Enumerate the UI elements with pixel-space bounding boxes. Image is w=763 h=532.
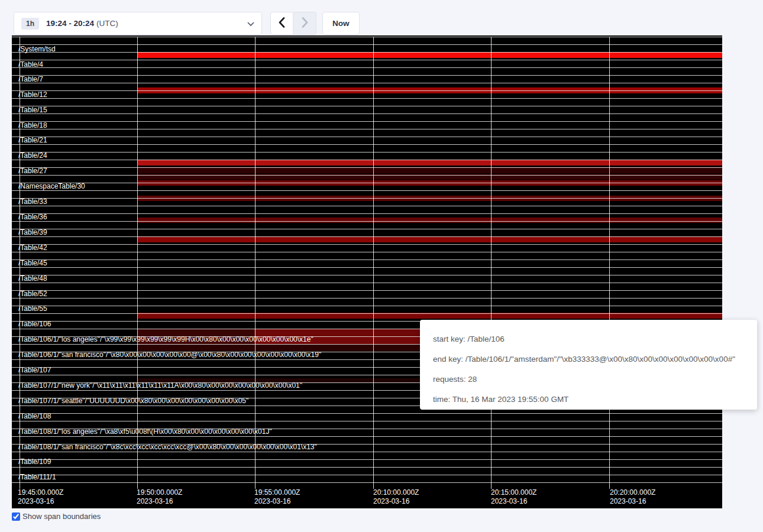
chevron-left-icon [279, 17, 285, 30]
time-range-selector[interactable]: 1h 19:24 - 20:24 (UTC) [14, 12, 262, 35]
tooltip-start-key: start key: /Table/106 [433, 332, 744, 346]
row-label: /Table/108 [18, 412, 51, 420]
span-boundary-line [12, 283, 722, 283]
span-boundary-line [12, 67, 722, 68]
row-label: /Table/107/1/"new york"/"\x11\x11\x11\x1… [18, 381, 302, 390]
row-label: /Table/106/1/"los angeles"/"\x99\x99\x99… [18, 335, 313, 343]
next-range-button[interactable] [293, 12, 316, 35]
time-range-duration-badge: 1h [21, 18, 39, 30]
range-nav-group [270, 12, 316, 35]
span-boundary-line [12, 144, 722, 145]
span-boundary-line [12, 60, 722, 60]
time-gridline [373, 37, 374, 485]
row-label: /Table/107 [18, 366, 51, 374]
span-boundary-line [12, 175, 722, 176]
heat-band[interactable] [138, 218, 722, 223]
span-boundary-line [12, 213, 722, 214]
hover-tooltip: start key: /Table/106 end key: /Table/10… [420, 320, 757, 410]
row-label: /Table/7 [18, 75, 43, 83]
span-boundary-line [12, 52, 722, 53]
row-label: /Table/55 [18, 304, 47, 313]
row-label: /Table/36 [18, 213, 47, 221]
span-boundary-line [12, 259, 722, 260]
span-boundary-line [12, 221, 722, 222]
span-boundary-line [12, 459, 722, 460]
row-label: /Table/52 [18, 290, 47, 298]
span-boundary-line [12, 298, 722, 299]
span-boundary-line [12, 75, 722, 76]
axis-tick-date: 2023-03-16 [18, 497, 63, 506]
row-label: /NamespaceTable/30 [18, 182, 85, 190]
time-range-timezone: (UTC) [96, 19, 118, 28]
span-boundary-line [12, 167, 722, 168]
span-boundary-line [12, 244, 722, 245]
span-boundary-line [12, 313, 722, 314]
show-span-boundaries-checkbox[interactable] [12, 512, 20, 521]
axis-tick-time: 19:45:00.000Z [18, 488, 63, 497]
span-boundary-line [12, 421, 722, 421]
tooltip-end-key: end key: /Table/106/1/"amsterdam"/"\xb33… [433, 352, 744, 366]
now-button[interactable]: Now [322, 12, 360, 35]
span-boundary-line [12, 229, 722, 229]
row-label: /Table/21 [18, 136, 47, 144]
row-label: /Table/106/1/"san francisco"/"\x80\x00\x… [18, 351, 321, 359]
key-visualizer-canvas[interactable]: start key: /Table/106 end key: /Table/10… [12, 35, 722, 508]
row-label: /Table/4 [18, 60, 43, 69]
row-label: /Table/111/1 [18, 473, 56, 481]
span-boundary-line [12, 183, 722, 183]
time-gridline [137, 37, 138, 485]
span-boundary-line [12, 98, 722, 99]
span-boundary-line [12, 37, 722, 37]
span-boundary-line [12, 290, 722, 291]
span-boundary-line [12, 206, 722, 206]
axis-tick-label: 20:20:00.000Z2023-03-16 [610, 488, 655, 506]
span-boundary-line [12, 267, 722, 268]
row-label: /Table/27 [18, 167, 47, 175]
row-label: /Table/15 [18, 106, 47, 114]
prev-range-button[interactable] [270, 12, 293, 35]
span-boundary-line [12, 160, 722, 160]
row-label: /Table/42 [18, 244, 47, 252]
row-label: /Table/108/1/"san francisco"/"\x8c\xcc\x… [18, 443, 317, 451]
row-label: /Table/45 [18, 259, 47, 267]
axis-tick-time: 20:15:00.000Z [491, 488, 536, 497]
span-boundary-line [12, 306, 722, 306]
span-boundary-line [12, 44, 722, 45]
tooltip-requests: requests: 28 [433, 372, 744, 387]
span-boundary-line [12, 90, 722, 91]
axis-tick-time: 20:20:00.000Z [610, 488, 655, 497]
span-boundary-line [12, 452, 722, 452]
axis-tick-label: 19:50:00.000Z2023-03-16 [137, 488, 182, 506]
chevron-right-icon [302, 17, 308, 30]
span-boundary-line [12, 482, 722, 483]
row-label: /Table/109 [18, 458, 51, 466]
row-label: /Table/18 [18, 121, 47, 129]
time-gridline [491, 37, 492, 485]
show-span-boundaries-control[interactable]: Show span boundaries [12, 512, 101, 521]
time-range-label: 19:24 - 20:24 [46, 19, 94, 28]
heat-band[interactable] [138, 160, 722, 166]
axis-tick-label: 20:15:00.000Z2023-03-16 [491, 488, 536, 506]
time-gridline [609, 37, 610, 485]
span-boundary-line [12, 190, 722, 191]
axis-tick-date: 2023-03-16 [373, 497, 419, 506]
show-span-boundaries-label: Show span boundaries [22, 512, 101, 521]
heat-band[interactable] [138, 52, 722, 58]
axis-tick-date: 2023-03-16 [137, 497, 182, 506]
span-boundary-line [12, 83, 722, 83]
heat-band[interactable] [138, 236, 722, 242]
span-boundary-line [12, 129, 722, 129]
row-label: /Table/48 [18, 274, 47, 283]
row-label: /Table/107/1/"seattle"/"UUUUUUD\x00\x80\… [18, 397, 248, 405]
span-boundary-line [12, 198, 722, 199]
span-boundary-line [12, 236, 722, 237]
time-gridline [255, 37, 256, 485]
chevron-down-icon [247, 18, 254, 29]
axis-tick-label: 20:10:00.000Z2023-03-16 [373, 488, 419, 506]
span-boundary-line [12, 413, 722, 414]
axis-tick-date: 2023-03-16 [610, 497, 655, 506]
span-boundary-line [12, 121, 722, 122]
axis-tick-date: 2023-03-16 [491, 497, 536, 506]
row-label: /Table/108/1/"los angeles"/"\xa8\xf5\u00… [18, 427, 272, 436]
axis-tick-label: 19:55:00.000Z2023-03-16 [254, 488, 300, 506]
